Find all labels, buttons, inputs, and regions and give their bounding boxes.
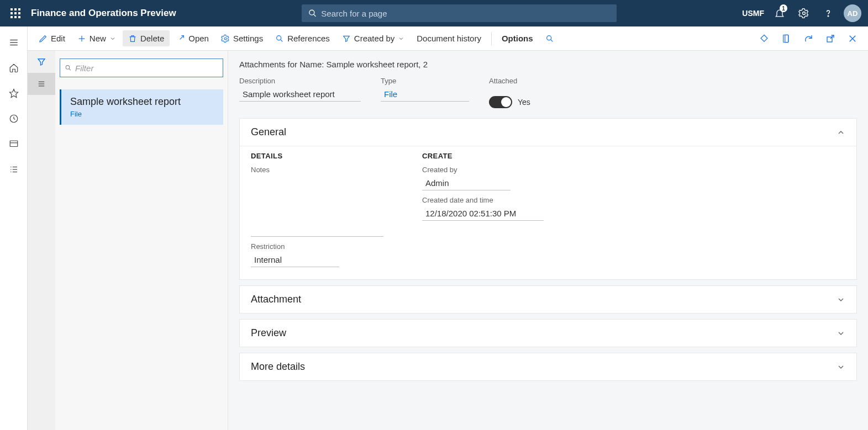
help-icon xyxy=(823,8,834,19)
svg-point-31 xyxy=(546,35,551,40)
funnel-icon xyxy=(342,34,351,43)
nav-recent[interactable] xyxy=(0,106,28,131)
attached-state: Yes xyxy=(518,98,530,107)
paperclip-icon xyxy=(759,34,769,44)
app-launcher[interactable] xyxy=(4,8,27,18)
created-by-field: Created by Admin xyxy=(422,166,544,190)
restriction-value[interactable]: Internal xyxy=(251,253,339,267)
workspace-icon xyxy=(9,139,19,149)
fasttab-preview: Preview xyxy=(239,319,857,347)
nav-hamburger[interactable] xyxy=(0,30,28,55)
search-icon xyxy=(308,9,317,18)
side-ribbon xyxy=(28,51,55,430)
ribbon-list-toggle[interactable] xyxy=(28,73,55,95)
created-dt-label: Created date and time xyxy=(422,196,544,204)
settings-action-button[interactable]: Settings xyxy=(215,30,269,46)
created-by-label: Created by xyxy=(354,34,394,43)
nav-home[interactable] xyxy=(0,55,28,81)
delete-button[interactable]: Delete xyxy=(123,30,170,46)
fasttab-more-title: More details xyxy=(251,361,305,373)
svg-line-32 xyxy=(550,39,553,41)
created-dt-value[interactable]: 12/18/2020 02:51:30 PM xyxy=(422,206,544,221)
references-button[interactable]: References xyxy=(270,30,335,46)
user-avatar[interactable]: AD xyxy=(841,0,864,26)
create-column: CREATE Created by Admin Created date and… xyxy=(422,152,544,267)
attached-label: Attached xyxy=(489,77,530,85)
find-button[interactable] xyxy=(540,31,560,46)
options-button[interactable]: Options xyxy=(496,30,539,46)
list-filter-input[interactable] xyxy=(75,63,218,73)
fasttab-general-header[interactable]: General xyxy=(240,119,856,146)
doc-history-label: Document history xyxy=(417,34,481,43)
fasttab-general-title: General xyxy=(251,126,286,138)
created-by-filter-button[interactable]: Created by xyxy=(336,30,410,46)
created-dt-field: Created date and time 12/18/2020 02:51:3… xyxy=(422,196,544,221)
attached-toggle[interactable] xyxy=(489,96,512,108)
gear-icon xyxy=(221,34,230,43)
svg-rect-34 xyxy=(785,35,788,43)
refresh-button[interactable] xyxy=(798,29,818,49)
settings-button[interactable] xyxy=(793,0,815,26)
help-button[interactable] xyxy=(817,0,839,26)
details-column: DETAILS Notes Restriction Internal xyxy=(251,152,383,267)
trash-icon xyxy=(128,34,137,43)
arrow-open-icon xyxy=(176,34,185,43)
search-icon xyxy=(545,34,554,43)
svg-line-30 xyxy=(281,39,283,41)
fasttab-more-details-header[interactable]: More details xyxy=(240,353,856,380)
fasttab-attachment-title: Attachment xyxy=(251,294,301,305)
notes-value[interactable] xyxy=(251,176,383,237)
svg-rect-4 xyxy=(14,12,17,14)
svg-point-12 xyxy=(828,15,829,17)
action-bar: Edit New Delete Op xyxy=(28,26,868,51)
nav-rail xyxy=(0,26,28,430)
created-by-value[interactable]: Admin xyxy=(422,176,511,190)
list-icon xyxy=(36,79,46,89)
search-icon xyxy=(65,64,72,72)
edit-button[interactable]: Edit xyxy=(33,30,71,46)
document-icon xyxy=(781,34,791,44)
company-picker[interactable]: USMF xyxy=(742,9,764,18)
close-button[interactable] xyxy=(843,29,862,49)
svg-rect-33 xyxy=(783,35,788,43)
office-icon-button[interactable] xyxy=(776,29,796,49)
svg-line-42 xyxy=(69,68,71,70)
list-item-subtitle: File xyxy=(70,110,214,118)
svg-rect-1 xyxy=(14,8,17,10)
hamburger-icon xyxy=(9,38,19,47)
type-value[interactable]: File xyxy=(381,87,469,102)
clock-icon xyxy=(9,114,19,124)
created-by-label: Created by xyxy=(422,166,544,174)
svg-point-9 xyxy=(309,10,314,15)
fasttab-preview-header[interactable]: Preview xyxy=(240,320,856,347)
new-button[interactable]: New xyxy=(72,30,122,46)
ribbon-filter-toggle[interactable] xyxy=(28,51,55,73)
refresh-icon xyxy=(803,34,813,44)
notifications-button[interactable]: 1 xyxy=(769,0,791,26)
document-history-button[interactable]: Document history xyxy=(411,30,487,46)
nav-workspaces[interactable] xyxy=(0,131,28,157)
pencil-icon xyxy=(39,34,48,43)
global-search[interactable] xyxy=(302,4,617,22)
star-icon xyxy=(9,88,19,98)
modules-icon xyxy=(9,164,19,174)
svg-point-29 xyxy=(277,35,281,40)
description-field: Description Sample worksheet report xyxy=(239,77,361,108)
funnel-icon xyxy=(36,57,46,67)
open-button[interactable]: Open xyxy=(171,30,214,46)
nav-modules[interactable] xyxy=(0,157,28,182)
edit-label: Edit xyxy=(51,34,65,43)
svg-rect-3 xyxy=(10,12,13,14)
attach-icon-button[interactable] xyxy=(754,29,774,49)
svg-rect-6 xyxy=(10,16,13,18)
popout-button[interactable] xyxy=(820,29,840,49)
description-value[interactable]: Sample worksheet report xyxy=(239,87,361,102)
list-filter[interactable] xyxy=(60,59,223,77)
notification-badge: 1 xyxy=(780,4,787,12)
fasttab-attachment-header[interactable]: Attachment xyxy=(240,286,856,313)
nav-favorites[interactable] xyxy=(0,81,28,106)
chevron-down-icon xyxy=(398,35,404,42)
list-item[interactable]: Sample worksheet report File xyxy=(60,89,223,125)
global-search-input[interactable] xyxy=(321,9,610,18)
delete-label: Delete xyxy=(140,34,164,43)
